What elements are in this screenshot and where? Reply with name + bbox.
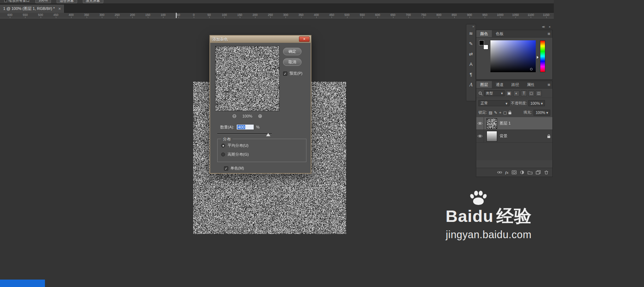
layer-mask-icon[interactable] xyxy=(512,170,517,174)
color-field-marker[interactable] xyxy=(530,68,533,70)
amount-input[interactable]: 400 xyxy=(236,124,254,130)
foreground-color-swatch[interactable] xyxy=(479,40,484,45)
filter-pixel-layers-icon[interactable]: ▣ xyxy=(506,91,512,96)
close-panel-icon[interactable]: × xyxy=(549,25,551,29)
tab-color[interactable]: 颜色 xyxy=(476,30,492,37)
lock-row: 锁定: ▨ ✎ + ▢ 填充: 100%▾ xyxy=(476,108,552,117)
ruler-label: 100 xyxy=(222,13,227,17)
filter-adjustment-layers-icon[interactable]: ◐ xyxy=(513,91,519,96)
ruler-label: 700 xyxy=(406,13,411,17)
ruler-label: 150 xyxy=(145,13,150,17)
tab-properties[interactable]: 属性 xyxy=(523,81,539,88)
amount-slider[interactable] xyxy=(217,132,272,136)
brush-panel-icon[interactable]: ≋ xyxy=(466,28,476,39)
ruler-label: 1100 xyxy=(528,13,534,17)
fill-dropdown[interactable]: 100%▾ xyxy=(534,110,550,116)
tab-paths[interactable]: 路径 xyxy=(507,81,523,88)
background-color-swatch[interactable] xyxy=(483,45,488,50)
document-tab-title: 1 @ 100% (图层 1, RGB/8#) * xyxy=(3,6,55,11)
distribution-group-label: 分布 xyxy=(221,137,232,142)
filter-shape-layers-icon[interactable]: ▢ xyxy=(528,91,534,96)
fit-screen-button[interactable]: 适合屏幕 xyxy=(57,0,77,3)
link-layers-icon[interactable] xyxy=(497,170,502,174)
zoom-100-button[interactable]: 100% xyxy=(35,0,51,3)
layer-style-icon[interactable]: fx xyxy=(505,170,508,174)
new-layer-icon[interactable] xyxy=(536,170,541,174)
ruler-label: 1000 xyxy=(497,13,504,17)
layer-visibility-eye-icon[interactable] xyxy=(476,130,484,142)
panel-menu-icon[interactable]: ≡ xyxy=(547,30,550,38)
clone-source-panel-icon[interactable]: ⇄ xyxy=(466,49,476,59)
ruler-label: 750 xyxy=(421,13,426,17)
noise-preview-canvas[interactable] xyxy=(215,46,279,111)
ruler-label: 900 xyxy=(467,13,472,17)
ruler-label: 350 xyxy=(299,13,304,17)
gaussian-radio[interactable] xyxy=(221,153,225,156)
layers-footer: fx xyxy=(476,168,552,177)
new-group-icon[interactable] xyxy=(528,170,533,174)
layer-name: 背景 xyxy=(500,133,507,139)
uniform-radio[interactable] xyxy=(221,144,225,148)
document-tab-bar: 1 @ 100% (图层 1, RGB/8#) * × xyxy=(0,4,554,13)
expand-dock-icon[interactable]: » xyxy=(466,24,476,28)
layer-row-layer1[interactable]: 图层 1 xyxy=(476,117,552,130)
ruler-label: 300 xyxy=(283,13,288,17)
baidu-jingyan-watermark: Bai du 经验 jingyan.baidu.com xyxy=(433,191,544,241)
ruler-label: 1150 xyxy=(543,13,549,17)
slider-thumb[interactable] xyxy=(266,133,270,136)
watermark-url: jingyan.baidu.com xyxy=(433,229,544,241)
glyphs-panel-icon[interactable]: A xyxy=(466,80,476,90)
tab-close-icon[interactable]: × xyxy=(58,6,61,11)
zoom-in-icon[interactable]: ⊕ xyxy=(258,113,263,119)
document-tab[interactable]: 1 @ 100% (图层 1, RGB/8#) * × xyxy=(0,5,64,13)
ruler-label: 50 xyxy=(177,13,180,17)
lock-transparent-pixels-icon[interactable]: ▨ xyxy=(489,111,492,115)
layer-visibility-eye-icon[interactable] xyxy=(476,117,484,130)
filter-type-layers-icon[interactable]: T xyxy=(521,91,527,96)
ruler-label: 300 xyxy=(99,13,104,17)
chevron-down-icon: ▾ xyxy=(546,110,548,115)
zoom-level-value: 100% xyxy=(242,114,252,118)
layer-thumbnail-gradient[interactable] xyxy=(487,131,497,142)
tab-swatches[interactable]: 色板 xyxy=(492,30,507,37)
cancel-button[interactable]: 取消 xyxy=(283,58,301,66)
preview-checkbox[interactable]: ✓ xyxy=(283,71,287,76)
delete-layer-icon[interactable] xyxy=(544,170,549,174)
tab-layers[interactable]: 图层 xyxy=(476,81,492,88)
taskbar-fragment xyxy=(0,280,45,287)
lock-all-icon[interactable] xyxy=(508,112,511,114)
zoom-all-windows-option[interactable]: 缩放所有窗口 xyxy=(4,0,30,4)
filter-smart-objects-icon[interactable]: ◫ xyxy=(536,91,542,96)
character-panel-icon[interactable]: A xyxy=(466,59,476,69)
blend-mode-row: 正常▾ 不透明度: 100%▾ xyxy=(476,99,552,108)
lock-image-pixels-icon[interactable]: ✎ xyxy=(494,111,497,115)
lock-position-icon[interactable]: + xyxy=(499,111,501,115)
ruler-label: 500 xyxy=(345,13,350,17)
hue-slider-bar[interactable] xyxy=(540,40,545,72)
layer-row-background[interactable]: 背景 xyxy=(476,130,552,143)
paragraph-panel-icon[interactable]: ¶ xyxy=(466,69,476,80)
dialog-titlebar[interactable]: 添加杂色 × xyxy=(210,36,311,43)
tab-channels[interactable]: 通道 xyxy=(492,81,507,88)
filter-type-dropdown[interactable]: 类型▾ xyxy=(484,90,505,96)
monochromatic-checkbox[interactable]: ✓ xyxy=(224,166,228,171)
watermark-jingyan-text: 经验 xyxy=(496,205,532,228)
ok-button[interactable]: 确定 xyxy=(283,48,301,55)
layer-name: 图层 1 xyxy=(500,121,511,126)
layers-list: 图层 1 背景 xyxy=(476,117,552,160)
color-saturation-field[interactable] xyxy=(490,40,536,72)
brush-settings-panel-icon[interactable]: ✎ xyxy=(466,39,476,49)
dialog-close-button[interactable]: × xyxy=(299,36,310,42)
checkbox-icon[interactable] xyxy=(4,0,7,2)
layers-panel-menu-icon[interactable]: ≡ xyxy=(547,81,550,88)
layer-thumbnail-noise[interactable] xyxy=(487,118,497,129)
fill-screen-button[interactable]: 填充屏幕 xyxy=(83,0,103,3)
blend-mode-dropdown[interactable]: 正常▾ xyxy=(478,100,510,106)
percent-label: % xyxy=(256,125,260,129)
collapse-panels-icon[interactable]: ≪ xyxy=(542,25,545,29)
zoom-out-icon[interactable]: ⊖ xyxy=(232,113,237,119)
adjustment-layer-icon[interactable] xyxy=(520,170,524,174)
lock-artboard-icon[interactable]: ▢ xyxy=(503,111,507,115)
opacity-dropdown[interactable]: 100%▾ xyxy=(528,100,545,106)
ruler-label: 450 xyxy=(329,13,334,17)
